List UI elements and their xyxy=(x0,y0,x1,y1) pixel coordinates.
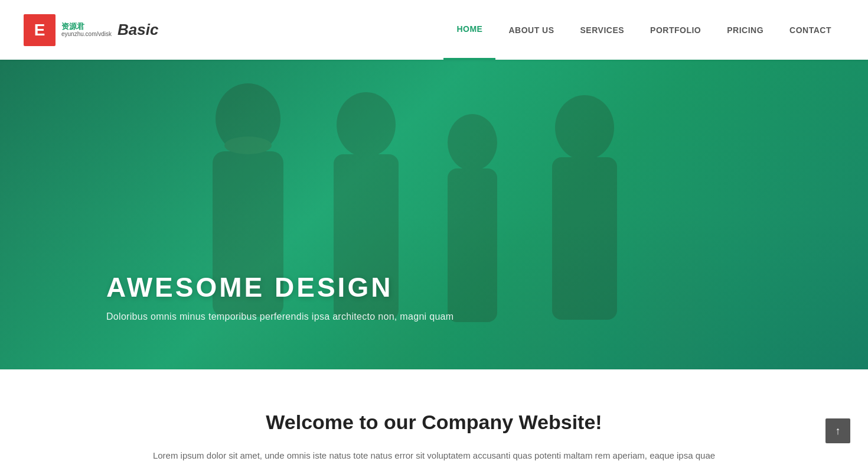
hero-content: AWESOME DESIGN Doloribus omnis minus tem… xyxy=(106,271,453,322)
svg-point-2 xyxy=(224,137,272,154)
nav-portfolio[interactable]: PORTFOLIO xyxy=(637,0,714,60)
hero-title: AWESOME DESIGN xyxy=(106,271,453,303)
logo-icon: E xyxy=(24,14,56,46)
logo-brand: Basic xyxy=(118,21,158,39)
welcome-body: Lorem ipsum dolor sit amet, unde omnis i… xyxy=(151,448,717,461)
logo-text: 资源君 eyunzhu.com/vdisk xyxy=(61,22,112,38)
logo-brand-text: B xyxy=(118,21,129,38)
welcome-title: Welcome to our Company Website! xyxy=(24,411,844,434)
svg-rect-6 xyxy=(448,168,497,322)
hero-section: AWESOME DESIGN Doloribus omnis minus tem… xyxy=(0,60,868,369)
nav-pricing[interactable]: PRICING xyxy=(714,0,776,60)
welcome-section: Welcome to our Company Website! Lorem ip… xyxy=(0,369,868,461)
scroll-top-button[interactable]: ↑ xyxy=(825,418,850,443)
svg-point-5 xyxy=(448,114,497,171)
svg-point-7 xyxy=(555,95,614,160)
logo[interactable]: E 资源君 eyunzhu.com/vdisk Basic xyxy=(24,14,158,46)
svg-rect-8 xyxy=(552,157,617,320)
nav-home[interactable]: HOME xyxy=(443,0,495,60)
site-header: E 资源君 eyunzhu.com/vdisk Basic HOME ABOUT… xyxy=(0,0,868,60)
logo-url: eyunzhu.com/vdisk xyxy=(61,31,112,38)
main-nav: HOME ABOUT US SERVICES PORTFOLIO PRICING… xyxy=(443,0,844,60)
hero-people-silhouettes xyxy=(0,60,868,369)
svg-point-3 xyxy=(337,92,396,157)
hero-subtitle: Doloribus omnis minus temporibus perfere… xyxy=(106,311,453,322)
nav-services[interactable]: SERVICES xyxy=(567,0,638,60)
logo-brand-rest: asic xyxy=(129,21,159,38)
nav-about[interactable]: ABOUT US xyxy=(495,0,567,60)
logo-chinese: 资源君 xyxy=(61,22,112,31)
nav-contact[interactable]: CONTACT xyxy=(776,0,844,60)
